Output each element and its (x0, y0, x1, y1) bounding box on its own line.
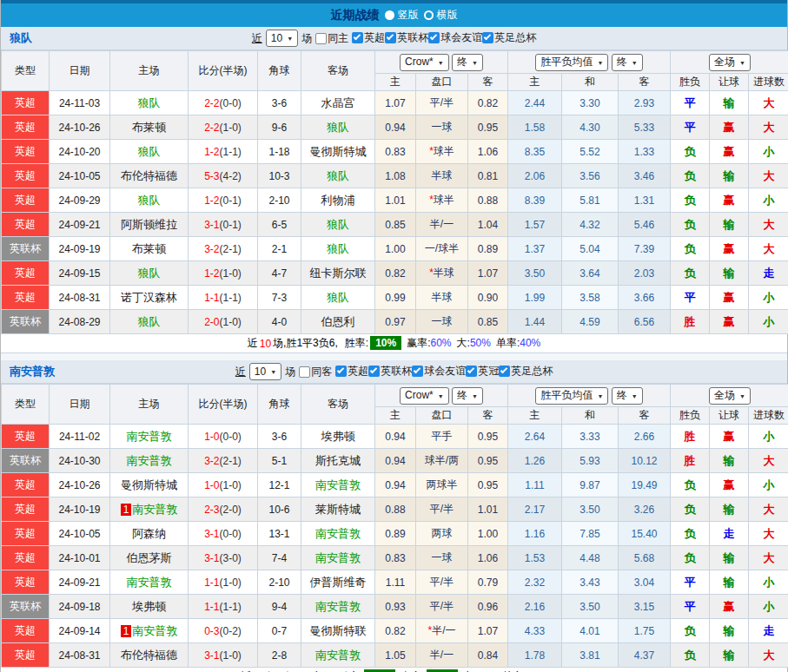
mean-draw-cell: 3.50 (562, 497, 619, 522)
halftime-score: (1-1) (220, 601, 242, 613)
odds-home-cell: 1.00 (375, 237, 416, 261)
handicap-cell: 平/半 (416, 497, 468, 522)
league-filter-item[interactable]: 英联杯 (385, 30, 428, 45)
odds-away-cell: 0.81 (468, 164, 508, 188)
radio-selected-icon[interactable] (385, 10, 394, 20)
match-date-cell: 24-09-15 (50, 261, 110, 286)
league-filter-item[interactable]: 英联杯 (368, 364, 412, 379)
table-row: 英超24-10-191南安普敦2-3(2-0)10-6莱斯特城0.88平/半1.… (2, 497, 788, 522)
checkbox-checked-icon[interactable] (335, 366, 347, 377)
match-date-cell: 24-10-26 (50, 473, 110, 497)
away-team-cell: 南安普敦 (301, 522, 375, 546)
fulltime-score: 3-1 (204, 552, 219, 564)
scope-select[interactable]: 全场 (709, 54, 751, 71)
result-cell: 负 (671, 619, 710, 643)
scope-select[interactable]: 全场 (709, 387, 751, 405)
checkbox-checked-icon[interactable] (482, 32, 493, 43)
home-team-cell: 诺丁汉森林 (110, 286, 189, 310)
horizontal-layout-radio[interactable]: 横版 (424, 8, 458, 23)
league-filter-item[interactable]: 英足总杯 (482, 30, 536, 45)
table-row: 英超24-10-05阿森纳3-1(0-0)13-1南安普敦0.89两球1.001… (2, 522, 788, 546)
away-team-cell: 狼队 (301, 164, 375, 188)
league-filter-label: 英足总杯 (511, 364, 553, 379)
checkbox-checked-icon[interactable] (368, 366, 380, 377)
chevron-down-icon (472, 389, 478, 403)
score-cell: 3-2(2-1) (189, 449, 258, 473)
team-name-text: 布莱顿 (132, 242, 166, 255)
away-team-cell: 伊普斯维奇 (301, 570, 375, 595)
table-row: 英超24-09-29狼队1-2(0-1)2-10利物浦1.01*球半0.888.… (2, 188, 788, 213)
vertical-layout-radio[interactable]: 竖版 (385, 8, 419, 23)
home-team-cell: 狼队 (110, 188, 189, 213)
match-date-cell: 24-09-18 (50, 595, 110, 619)
league-filter-item[interactable]: 英超 (335, 364, 368, 379)
halftime-score: (1-1) (220, 292, 242, 304)
checkbox-checked-icon[interactable] (352, 32, 363, 43)
mean-home-cell: 1.16 (508, 522, 562, 546)
match-count-select[interactable]: 10 (266, 30, 298, 47)
handicap-cell: 两球 (416, 522, 468, 546)
mean-final-select[interactable]: 终 (612, 54, 643, 71)
odds-away-cell: 0.82 (468, 91, 508, 115)
league-filter-label: 英超 (348, 364, 368, 379)
filter-bar: 近 10 场 同客 英超英联杯球会友谊英冠英足总杯 (235, 363, 553, 380)
odds-company-select[interactable]: Crow* (400, 387, 449, 405)
away-team-cell: 狼队 (301, 237, 375, 261)
mean-select[interactable]: 胜平负均值 (535, 54, 608, 71)
league-filter-item[interactable]: 英冠 (466, 364, 499, 379)
mean-draw-cell: 3.43 (562, 570, 619, 595)
odds-final-select[interactable]: 终 (452, 387, 483, 405)
odds-home-cell: 0.82 (375, 261, 416, 286)
handicap-cell: 一球 (416, 310, 468, 334)
checkbox-checked-icon[interactable] (385, 32, 396, 43)
checkbox-checked-icon[interactable] (428, 32, 440, 43)
column-header-type: 类型 (2, 385, 50, 425)
mean-home-cell: 1.26 (508, 449, 562, 473)
league-filter-item[interactable]: 球会友谊 (428, 30, 482, 45)
mean-away-cell: 3.46 (619, 164, 671, 188)
team-name-text: 南安普敦 (315, 600, 361, 613)
mean-draw-cell: 3.33 (562, 425, 619, 449)
radio-unselected-icon[interactable] (424, 10, 434, 20)
match-date-cell: 24-11-02 (50, 425, 110, 449)
mean-select[interactable]: 胜平负均值 (535, 387, 608, 405)
match-date-cell: 24-10-01 (50, 546, 110, 570)
match-type-cell: 英联杯 (2, 310, 50, 334)
odds-home-cell: 0.88 (375, 497, 416, 522)
odds-final-select[interactable]: 终 (452, 54, 483, 71)
mean-draw-cell: 3.58 (562, 286, 619, 310)
match-type-cell: 英超 (2, 570, 50, 595)
checkbox-checked-icon[interactable] (499, 366, 510, 377)
handicap-result-cell: 赢 (710, 237, 749, 261)
result-cell: 负 (671, 643, 710, 668)
score-cell: 5-3(4-2) (189, 164, 258, 188)
checkbox-checked-icon[interactable] (466, 366, 477, 377)
league-filter-item[interactable]: 英足总杯 (499, 364, 553, 379)
score-cell: 3-2(2-1) (189, 237, 258, 261)
odds-company-select[interactable]: Crow* (400, 54, 449, 71)
checkbox-checked-icon[interactable] (412, 366, 423, 377)
checkbox-unchecked-icon[interactable] (299, 366, 310, 378)
same-side-filter[interactable]: 同客 (299, 365, 332, 379)
away-team-cell: 南安普敦 (301, 546, 375, 570)
league-filter-item[interactable]: 英超 (352, 30, 385, 45)
red-card-badge: 1 (121, 625, 132, 637)
match-count-select[interactable]: 10 (249, 363, 281, 380)
league-filter-item[interactable]: 球会友谊 (412, 364, 466, 379)
checkbox-unchecked-icon[interactable] (315, 33, 327, 44)
same-side-filter[interactable]: 同主 (315, 31, 348, 46)
subheader-goals-result: 进球数 (749, 407, 788, 425)
mean-final-select[interactable]: 终 (612, 387, 643, 405)
handicap-cell: *半/一 (416, 619, 468, 643)
halftime-score: (1-0) (220, 122, 242, 134)
chevron-down-icon (287, 31, 293, 45)
checkmark-icon (467, 366, 474, 373)
mean-away-cell: 15.40 (619, 522, 671, 546)
corner-cell: 7-3 (258, 286, 301, 310)
section-summary: 近10场,胜1平3负6, 胜率:10%赢率:60%大:50%单率:40% (1, 334, 787, 353)
table-row: 英超24-09-141南安普敦0-3(0-2)0-7曼彻斯特联0.82*半/一1… (2, 619, 788, 643)
halftime-score: (0-0) (220, 97, 242, 109)
table-row: 英超24-10-05布伦特福德5-3(4-2)10-3狼队1.08半球0.812… (2, 164, 788, 188)
mean-draw-cell: 4.48 (562, 546, 619, 570)
corner-cell: 3-6 (258, 91, 301, 115)
